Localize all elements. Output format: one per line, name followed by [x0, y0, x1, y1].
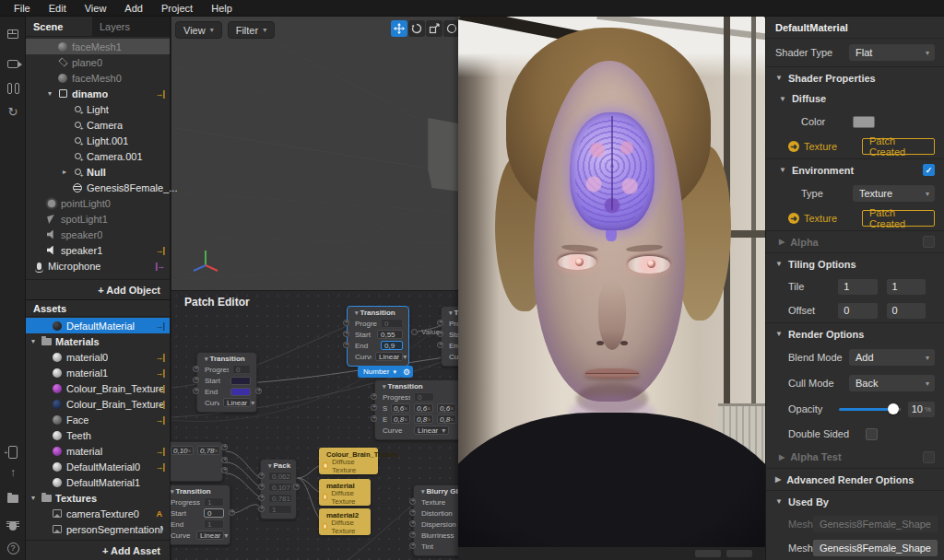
scene-item-camera[interactable]: Camera — [26, 117, 170, 133]
simulator-zoom-dropdown[interactable] — [695, 550, 721, 557]
section-alpha[interactable]: ▶Alpha — [766, 230, 944, 252]
scene-item-facemesh1[interactable]: faceMesh1 — [26, 39, 170, 54]
section-shader-properties[interactable]: ▼Shader Properties — [766, 66, 944, 88]
expand-toggle-icon[interactable]: ▾ — [29, 337, 38, 345]
scene-item-microphone[interactable]: Microphone|→ — [26, 258, 170, 274]
section-diffuse[interactable]: ▼Diffuse — [766, 88, 944, 109]
scene-item-speaker0[interactable]: speaker0 — [26, 227, 170, 242]
diffuse-texture-patch-field[interactable]: Patch Created — [862, 138, 935, 155]
help-icon[interactable]: ? — [0, 538, 26, 558]
tab-layers[interactable]: Layers — [92, 17, 170, 36]
env-type-dropdown[interactable]: Texture — [853, 185, 935, 202]
asset-item-materials[interactable]: ▾Materials — [26, 333, 170, 349]
expand-toggle-icon[interactable]: ▾ — [45, 89, 54, 98]
menu-add[interactable]: Add — [116, 1, 151, 16]
menu-project[interactable]: Project — [153, 1, 201, 16]
add-object-button[interactable]: + Add Object — [26, 279, 170, 299]
asset-item-colour-brain-texture0[interactable]: Colour_Brain_Texture0→| — [26, 396, 170, 412]
bug-test-icon[interactable] — [0, 516, 26, 536]
scene-item-plane0[interactable]: plane0 — [26, 54, 170, 70]
scene-item-genesis8female-[interactable]: Genesis8Female_... — [26, 180, 170, 195]
menu-view[interactable]: View — [77, 1, 115, 16]
cull-mode-dropdown[interactable]: Back — [849, 375, 935, 391]
move-tool-button[interactable] — [391, 20, 407, 37]
patch-node-values[interactable]: 0,10× 0,78× — [166, 441, 223, 482]
restart-icon[interactable]: ↻ — [0, 101, 26, 122]
section-used-by[interactable]: ▼Used By — [766, 490, 944, 512]
pause-playback-icon[interactable] — [0, 79, 26, 99]
menu-file[interactable]: File — [6, 1, 39, 16]
layout-panels-icon[interactable] — [0, 24, 26, 44]
video-camera-icon[interactable] — [0, 53, 26, 74]
patch-node-transition-color[interactable]: Transition Progress0 Start End CurveLine… — [196, 352, 257, 413]
section-environment[interactable]: ▼Environment✓ — [766, 158, 944, 181]
env-texture-patch-field[interactable]: Patch Created — [862, 210, 935, 227]
scene-item-facemesh0[interactable]: faceMesh0 — [26, 70, 170, 86]
asset-item-textures[interactable]: ▾Textures — [26, 490, 170, 506]
tile-y-input[interactable]: 1 — [887, 279, 926, 295]
curve-dropdown[interactable]: Linear — [196, 531, 224, 540]
menu-help[interactable]: Help — [203, 1, 241, 16]
asset-item-defaultmaterial1[interactable]: DefaultMaterial1 — [26, 474, 170, 490]
scene-item-pointlight0[interactable]: pointLight0 — [26, 195, 170, 211]
section-advanced-render-options[interactable]: ▶Advanced Render Options — [766, 468, 944, 490]
alpha-checkbox[interactable] — [923, 236, 935, 248]
expand-toggle-icon[interactable]: ▾ — [29, 494, 38, 502]
opacity-slider-thumb[interactable] — [888, 403, 899, 414]
alpha-test-checkbox[interactable] — [923, 451, 935, 463]
view-dropdown[interactable]: View — [175, 21, 222, 39]
simulator-fit-dropdown[interactable] — [726, 550, 752, 557]
patch-node-colour-brain-texture[interactable]: Colour_Brain_Texture Diffuse Texture — [319, 448, 378, 474]
number-type-pill[interactable]: Number — [358, 366, 402, 378]
scene-item-spotlight1[interactable]: spotLight1 — [26, 211, 170, 227]
asset-item-cameratexture0[interactable]: cameraTexture0A — [26, 506, 170, 521]
menu-edit[interactable]: Edit — [41, 1, 75, 16]
color-swatch-end[interactable] — [230, 388, 251, 396]
patch-node-transition-selected[interactable]: Transition Progress0 Start0,55 End0,9 Cu… — [347, 306, 409, 367]
scene-item-camera-001[interactable]: Camera.001 — [26, 148, 170, 164]
diffuse-color-swatch[interactable] — [853, 116, 875, 128]
tile-x-input[interactable]: 1 — [838, 279, 877, 295]
scene-item-light[interactable]: Light — [26, 101, 170, 117]
asset-item-colour-brain-texture[interactable]: Colour_Brain_Texture→| — [26, 380, 170, 396]
patch-node-pack[interactable]: Pack 0,062 0,107 0,781 1 — [260, 459, 297, 519]
rotate-tool-button[interactable] — [408, 20, 425, 37]
value-output-port[interactable]: Value — [411, 328, 440, 336]
color-swatch-start[interactable] — [230, 377, 251, 385]
asset-item-defaultmaterial0[interactable]: DefaultMaterial0→| — [26, 459, 170, 474]
blend-mode-dropdown[interactable]: Add — [849, 349, 935, 366]
patch-node-transition-scalar[interactable]: Transition Progress1 Start0 End1 CurveLi… — [166, 484, 230, 545]
offset-y-input[interactable]: 0 — [887, 303, 926, 319]
asset-item-material[interactable]: material→| — [26, 443, 170, 459]
scene-item-null[interactable]: ▸Null — [26, 164, 170, 180]
curve-dropdown[interactable]: Linear — [414, 426, 449, 435]
curve-dropdown[interactable]: Linear — [375, 352, 403, 361]
offset-x-input[interactable]: 0 — [838, 303, 877, 319]
send-to-device-icon[interactable] — [0, 442, 26, 462]
add-asset-button[interactable]: + Add Asset — [26, 540, 170, 560]
opacity-slider[interactable] — [839, 408, 900, 411]
asset-item-material1[interactable]: material1→| — [26, 365, 170, 380]
section-tiling-options[interactable]: ▼Tiling Options — [766, 252, 944, 274]
patch-node-material2[interactable]: material2 Diffuse Texture — [319, 508, 371, 535]
scene-item-light-001[interactable]: Light.001 — [26, 133, 170, 148]
asset-item-face[interactable]: Face→| — [26, 412, 170, 427]
asset-item-personsegmentationmask-[interactable]: personSegmentationMask... — [26, 521, 170, 537]
curve-dropdown[interactable]: Linear — [223, 398, 251, 407]
shader-type-dropdown[interactable]: Flat — [849, 44, 935, 61]
patch-node-transition-vector[interactable]: Transition Progress0 Start 0,6× 0,6× 0,6… — [374, 379, 463, 440]
section-alpha-test[interactable]: ▶Alpha Test — [766, 446, 944, 468]
viewport-speaker-object[interactable] — [422, 118, 461, 192]
end-value-editing[interactable]: 0,9 — [381, 341, 403, 350]
expand-toggle-icon[interactable]: ▸ — [60, 168, 69, 176]
scene-item-speaker1[interactable]: speaker1→| — [26, 242, 170, 258]
opacity-value-field[interactable]: 10% — [908, 402, 935, 417]
scene-item-dinamo[interactable]: ▾dinamo→| — [26, 86, 170, 101]
environment-checkbox[interactable]: ✓ — [923, 164, 935, 176]
patch-node-material[interactable]: material Diffuse Texture — [319, 479, 371, 506]
patch-settings-gear-icon[interactable]: ⚙ — [400, 366, 413, 378]
scale-tool-button[interactable] — [426, 20, 442, 37]
add-folder-icon[interactable] — [0, 488, 26, 508]
publish-upload-icon[interactable]: ↑ — [0, 462, 26, 483]
tab-scene[interactable]: Scene — [26, 17, 92, 36]
